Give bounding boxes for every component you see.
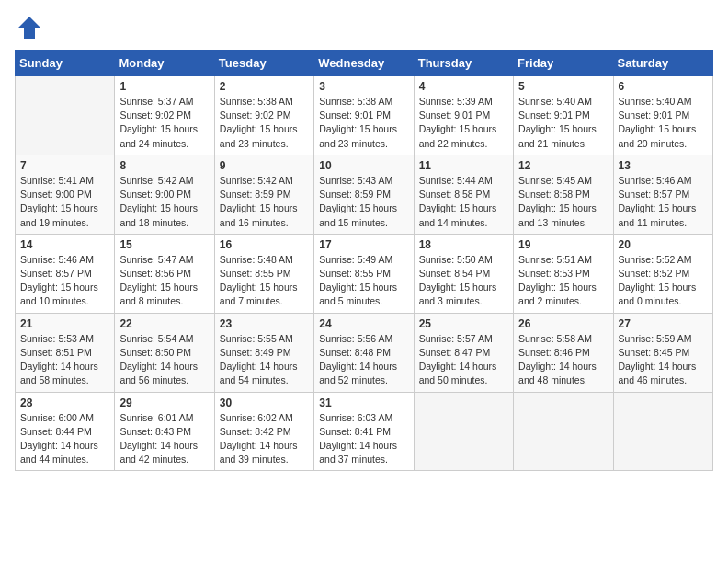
day-number: 3 [319,80,408,93]
calendar-week-row: 14Sunrise: 5:46 AMSunset: 8:57 PMDayligh… [16,234,713,313]
weekday-header-row: SundayMondayTuesdayWednesdayThursdayFrid… [16,51,713,76]
day-info: Sunrise: 5:45 AMSunset: 8:58 PMDaylight:… [518,174,608,230]
calendar-week-row: 1Sunrise: 5:37 AMSunset: 9:02 PMDaylight… [16,76,713,155]
calendar-cell: 19Sunrise: 5:51 AMSunset: 8:53 PMDayligh… [514,234,613,313]
calendar-cell: 26Sunrise: 5:58 AMSunset: 8:46 PMDayligh… [514,313,613,392]
day-info: Sunrise: 5:57 AMSunset: 8:47 PMDaylight:… [419,332,508,388]
day-info: Sunrise: 6:01 AMSunset: 8:43 PMDaylight:… [119,411,209,467]
day-number: 18 [419,238,508,251]
day-info: Sunrise: 5:37 AMSunset: 9:02 PMDaylight:… [119,95,209,151]
calendar-cell: 11Sunrise: 5:44 AMSunset: 8:58 PMDayligh… [414,155,513,234]
day-info: Sunrise: 5:40 AMSunset: 9:01 PMDaylight:… [518,95,608,151]
day-number: 11 [419,159,508,172]
calendar-cell [514,392,613,471]
calendar-cell: 4Sunrise: 5:39 AMSunset: 9:01 PMDaylight… [414,76,513,155]
calendar-cell: 1Sunrise: 5:37 AMSunset: 9:02 PMDaylight… [115,76,214,155]
day-info: Sunrise: 5:52 AMSunset: 8:52 PMDaylight:… [619,253,708,309]
calendar-cell [613,392,712,471]
day-number: 7 [20,159,109,172]
day-info: Sunrise: 5:59 AMSunset: 8:45 PMDaylight:… [619,332,708,388]
calendar-cell: 31Sunrise: 6:03 AMSunset: 8:41 PMDayligh… [314,392,414,471]
day-number: 5 [518,80,608,93]
day-number: 19 [518,238,608,251]
day-number: 22 [119,317,209,330]
day-info: Sunrise: 5:49 AMSunset: 8:55 PMDaylight:… [319,253,408,309]
calendar-cell: 23Sunrise: 5:55 AMSunset: 8:49 PMDayligh… [214,313,313,392]
calendar-cell: 10Sunrise: 5:43 AMSunset: 8:59 PMDayligh… [314,155,414,234]
day-info: Sunrise: 5:53 AMSunset: 8:51 PMDaylight:… [20,332,109,388]
day-info: Sunrise: 5:42 AMSunset: 8:59 PMDaylight:… [220,174,309,230]
day-info: Sunrise: 5:48 AMSunset: 8:55 PMDaylight:… [220,253,309,309]
calendar-cell: 12Sunrise: 5:45 AMSunset: 8:58 PMDayligh… [514,155,613,234]
day-number: 12 [518,159,608,172]
calendar-cell: 22Sunrise: 5:54 AMSunset: 8:50 PMDayligh… [115,313,214,392]
day-number: 1 [119,80,209,93]
day-info: Sunrise: 5:42 AMSunset: 9:00 PMDaylight:… [119,174,209,230]
calendar-cell: 3Sunrise: 5:38 AMSunset: 9:01 PMDaylight… [314,76,414,155]
calendar-cell: 8Sunrise: 5:42 AMSunset: 9:00 PMDaylight… [115,155,214,234]
day-info: Sunrise: 5:47 AMSunset: 8:56 PMDaylight:… [119,253,209,309]
day-info: Sunrise: 5:40 AMSunset: 9:01 PMDaylight:… [619,95,708,151]
day-info: Sunrise: 5:38 AMSunset: 9:01 PMDaylight:… [319,95,408,151]
weekday-header: Thursday [414,51,513,76]
day-number: 26 [518,317,608,330]
day-number: 2 [220,80,309,93]
day-number: 28 [20,396,109,409]
calendar-cell: 7Sunrise: 5:41 AMSunset: 9:00 PMDaylight… [16,155,115,234]
logo-icon [17,15,42,40]
day-info: Sunrise: 5:44 AMSunset: 8:58 PMDaylight:… [419,174,508,230]
calendar-cell: 16Sunrise: 5:48 AMSunset: 8:55 PMDayligh… [214,234,313,313]
calendar-cell: 18Sunrise: 5:50 AMSunset: 8:54 PMDayligh… [414,234,513,313]
weekday-header: Sunday [16,51,115,76]
calendar-table: SundayMondayTuesdayWednesdayThursdayFrid… [15,50,713,471]
calendar-cell: 14Sunrise: 5:46 AMSunset: 8:57 PMDayligh… [16,234,115,313]
calendar-cell: 13Sunrise: 5:46 AMSunset: 8:57 PMDayligh… [613,155,712,234]
day-info: Sunrise: 5:55 AMSunset: 8:49 PMDaylight:… [220,332,309,388]
calendar-cell: 15Sunrise: 5:47 AMSunset: 8:56 PMDayligh… [115,234,214,313]
calendar-cell: 20Sunrise: 5:52 AMSunset: 8:52 PMDayligh… [613,234,712,313]
calendar-cell: 21Sunrise: 5:53 AMSunset: 8:51 PMDayligh… [16,313,115,392]
day-info: Sunrise: 5:41 AMSunset: 9:00 PMDaylight:… [20,174,109,230]
day-info: Sunrise: 5:38 AMSunset: 9:02 PMDaylight:… [220,95,309,151]
day-number: 13 [619,159,708,172]
weekday-header: Monday [115,51,214,76]
day-number: 17 [319,238,408,251]
calendar-cell: 2Sunrise: 5:38 AMSunset: 9:02 PMDaylight… [214,76,313,155]
calendar-week-row: 21Sunrise: 5:53 AMSunset: 8:51 PMDayligh… [16,313,713,392]
day-number: 30 [220,396,309,409]
day-info: Sunrise: 5:46 AMSunset: 8:57 PMDaylight:… [619,174,708,230]
svg-marker-0 [18,17,40,39]
calendar-cell: 27Sunrise: 5:59 AMSunset: 8:45 PMDayligh… [613,313,712,392]
calendar-cell: 6Sunrise: 5:40 AMSunset: 9:01 PMDaylight… [613,76,712,155]
weekday-header: Wednesday [314,51,414,76]
calendar-cell [414,392,513,471]
calendar-cell: 5Sunrise: 5:40 AMSunset: 9:01 PMDaylight… [514,76,613,155]
day-info: Sunrise: 6:00 AMSunset: 8:44 PMDaylight:… [20,411,109,467]
day-info: Sunrise: 5:56 AMSunset: 8:48 PMDaylight:… [319,332,408,388]
day-number: 31 [319,396,408,409]
day-number: 4 [419,80,508,93]
calendar-cell: 17Sunrise: 5:49 AMSunset: 8:55 PMDayligh… [314,234,414,313]
day-number: 23 [220,317,309,330]
day-number: 8 [119,159,209,172]
calendar-cell: 28Sunrise: 6:00 AMSunset: 8:44 PMDayligh… [16,392,115,471]
weekday-header: Tuesday [214,51,313,76]
day-number: 29 [119,396,209,409]
day-number: 27 [619,317,708,330]
day-number: 20 [619,238,708,251]
day-number: 24 [319,317,408,330]
day-info: Sunrise: 5:39 AMSunset: 9:01 PMDaylight:… [419,95,508,151]
day-number: 16 [220,238,309,251]
weekday-header: Saturday [613,51,712,76]
calendar-cell: 9Sunrise: 5:42 AMSunset: 8:59 PMDaylight… [214,155,313,234]
day-number: 14 [20,238,109,251]
calendar-week-row: 28Sunrise: 6:00 AMSunset: 8:44 PMDayligh… [16,392,713,471]
page-header [15,15,713,40]
day-number: 15 [119,238,209,251]
day-number: 10 [319,159,408,172]
calendar-cell: 29Sunrise: 6:01 AMSunset: 8:43 PMDayligh… [115,392,214,471]
logo [15,15,42,40]
day-number: 9 [220,159,309,172]
day-info: Sunrise: 5:43 AMSunset: 8:59 PMDaylight:… [319,174,408,230]
calendar-cell: 25Sunrise: 5:57 AMSunset: 8:47 PMDayligh… [414,313,513,392]
